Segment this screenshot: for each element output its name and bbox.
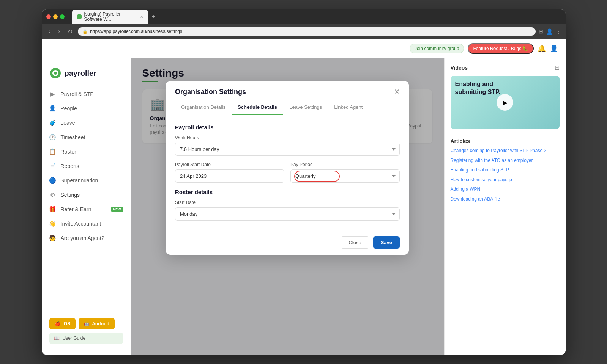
app-topbar: Join community group Feature Request / B… — [42, 39, 566, 58]
sidebar-item-settings[interactable]: ⚙ Settings — [42, 188, 131, 202]
roster-start-label: Start Date — [175, 200, 400, 205]
video-play-btn[interactable]: ▶ — [497, 94, 513, 111]
sidebar-item-timesheet[interactable]: 🕐 Timesheet — [42, 130, 131, 144]
sidebar-item-superannuation[interactable]: 🔵 Superannuation — [42, 173, 131, 188]
sidebar-item-refer[interactable]: 🎁 Refer & Earn NEW — [42, 202, 131, 217]
modal-overlay: Organisation Settings ⋮ ✕ Organisation D… — [131, 58, 444, 355]
right-panel: Videos ⊟ Enabling and submitting STP. ▶ … — [444, 58, 566, 355]
maximize-window-btn[interactable] — [60, 14, 65, 19]
article-link-1[interactable]: Registering with the ATO as an employer — [451, 158, 560, 164]
browser-toolbar: ‹ › ↻ 🔒 https://app.payroller.com.au/bus… — [42, 24, 566, 39]
start-date-input[interactable] — [175, 169, 284, 183]
agent-icon: 🧑 — [49, 235, 56, 242]
back-btn[interactable]: ‹ — [46, 27, 53, 36]
tab-org-details[interactable]: Organisation Details — [175, 100, 232, 115]
work-hours-select[interactable]: 7.6 Hours per day — [175, 143, 400, 156]
pay-period-select[interactable]: Quarterly — [290, 169, 400, 183]
tab-schedule-details[interactable]: Schedule Details — [232, 100, 283, 115]
article-link-4[interactable]: Adding a WPN — [451, 187, 560, 193]
videos-section-title: Videos — [451, 65, 468, 71]
android-btn[interactable]: 🤖 Android — [79, 318, 115, 329]
modal-body: Payroll details Work Hours 7.6 Hours per… — [166, 115, 409, 230]
menu-icon[interactable]: ⋮ — [556, 28, 561, 35]
logo-icon — [49, 67, 61, 79]
settings-icon: ⚙ — [49, 191, 56, 198]
main-content: Settings 🏢 Organisation Settings Edit co… — [131, 58, 444, 355]
profile-icon[interactable]: 👤 — [546, 28, 553, 35]
payroll-section-title: Payroll details — [175, 124, 400, 130]
android-icon: 🤖 — [84, 321, 90, 326]
super-icon: 🔵 — [49, 177, 56, 184]
svg-point-2 — [54, 72, 57, 75]
pay-period-label: Pay Period — [290, 162, 400, 167]
traffic-lights — [46, 14, 65, 19]
feature-request-btn[interactable]: Feature Request / Bugs 🐛 — [468, 43, 533, 54]
lock-icon: 🔒 — [82, 29, 88, 34]
sidebar: payroller ▶ Payroll & STP 👤 People 🧳 Lea… — [42, 58, 131, 355]
bell-icon[interactable]: 🔔 — [538, 44, 546, 53]
tab-bar: [staging] Payroller Software W... ✕ + — [72, 10, 561, 24]
reload-btn[interactable]: ↻ — [65, 27, 75, 36]
book-icon: 📖 — [54, 336, 60, 341]
save-btn[interactable]: Save — [373, 236, 400, 249]
nav-label-accountant: Invite Accountant — [61, 221, 101, 227]
sidebar-item-payroll[interactable]: ▶ Payroll & STP — [42, 87, 131, 101]
article-link-5[interactable]: Downloading an ABA file — [451, 196, 560, 202]
work-hours-label: Work Hours — [175, 135, 400, 140]
roster-start-date-group: Start Date Monday — [175, 200, 400, 221]
minimize-window-btn[interactable] — [53, 14, 58, 19]
panel-collapse-btn[interactable]: ⊟ — [555, 64, 560, 71]
accountant-icon: 👋 — [49, 220, 56, 227]
tab-linked-agent[interactable]: Linked Agent — [328, 100, 369, 115]
close-window-btn[interactable] — [46, 14, 51, 19]
sidebar-item-reports[interactable]: 📄 Reports — [42, 159, 131, 173]
nav-label-refer: Refer & Earn — [61, 206, 91, 212]
nav-label-timesheet: Timesheet — [61, 134, 85, 140]
roster-start-day-select[interactable]: Monday — [175, 207, 400, 221]
user-guide-btn[interactable]: 📖 User Guide — [49, 333, 123, 344]
ios-btn[interactable]: 🍎 iOS — [49, 318, 76, 329]
tab-title: [staging] Payroller Software W... — [84, 11, 136, 22]
browser-titlebar: [staging] Payroller Software W... ✕ + — [42, 9, 566, 24]
forward-btn[interactable]: › — [56, 27, 62, 36]
address-bar[interactable]: 🔒 https://app.payroller.com.au/business/… — [78, 27, 535, 36]
url-text: https://app.payroller.com.au/business/se… — [90, 29, 182, 34]
user-icon[interactable]: 👤 — [550, 44, 558, 53]
logo-text: payroller — [65, 69, 96, 78]
new-tab-btn[interactable]: + — [150, 13, 158, 21]
modal-header: Organisation Settings ⋮ ✕ — [166, 81, 409, 96]
nav-label-payroll: Payroll & STP — [61, 91, 94, 97]
article-link-3[interactable]: How to customise your payslip — [451, 177, 560, 183]
modal-title: Organisation Settings — [175, 88, 246, 96]
start-date-group: Payroll Start Date — [175, 162, 284, 183]
refer-icon: 🎁 — [49, 206, 56, 213]
org-settings-modal: Organisation Settings ⋮ ✕ Organisation D… — [166, 81, 409, 255]
right-panel-header: Videos ⊟ — [445, 58, 566, 71]
extensions-icon[interactable]: ⊞ — [539, 28, 543, 35]
close-btn[interactable]: Close — [341, 236, 369, 249]
community-btn[interactable]: Join community group — [410, 44, 464, 53]
modal-menu-icon[interactable]: ⋮ — [383, 88, 389, 96]
sidebar-item-roster[interactable]: 📋 Roster — [42, 144, 131, 159]
articles-title: Articles — [451, 138, 560, 144]
toolbar-icons: ⊞ 👤 ⋮ — [539, 28, 561, 35]
leave-icon: 🧳 — [49, 119, 56, 126]
article-link-0[interactable]: Changes coming to Payroller with STP Pha… — [451, 148, 560, 154]
nav-label-people: People — [61, 105, 77, 111]
people-icon: 👤 — [49, 105, 56, 112]
date-period-row: Payroll Start Date Pay Period Quarterly — [175, 162, 400, 183]
sidebar-item-leave[interactable]: 🧳 Leave — [42, 116, 131, 130]
reports-icon: 📄 — [49, 163, 56, 169]
tab-close-btn[interactable]: ✕ — [140, 14, 143, 19]
article-link-2[interactable]: Enabling and submitting STP — [451, 167, 560, 173]
nav-label-agent: Are you an Agent? — [61, 235, 104, 241]
pay-period-wrapper: Quarterly — [290, 169, 400, 183]
tab-leave-settings[interactable]: Leave Settings — [283, 100, 328, 115]
modal-close-btn[interactable]: ✕ — [394, 88, 400, 96]
sidebar-item-agent[interactable]: 🧑 Are you an Agent? — [42, 231, 131, 245]
sidebar-item-people[interactable]: 👤 People — [42, 101, 131, 116]
sidebar-item-accountant[interactable]: 👋 Invite Accountant — [42, 217, 131, 231]
video-thumbnail[interactable]: Enabling and submitting STP. ▶ — [451, 76, 560, 129]
active-tab[interactable]: [staging] Payroller Software W... ✕ — [72, 10, 148, 24]
sidebar-logo: payroller — [42, 64, 131, 87]
